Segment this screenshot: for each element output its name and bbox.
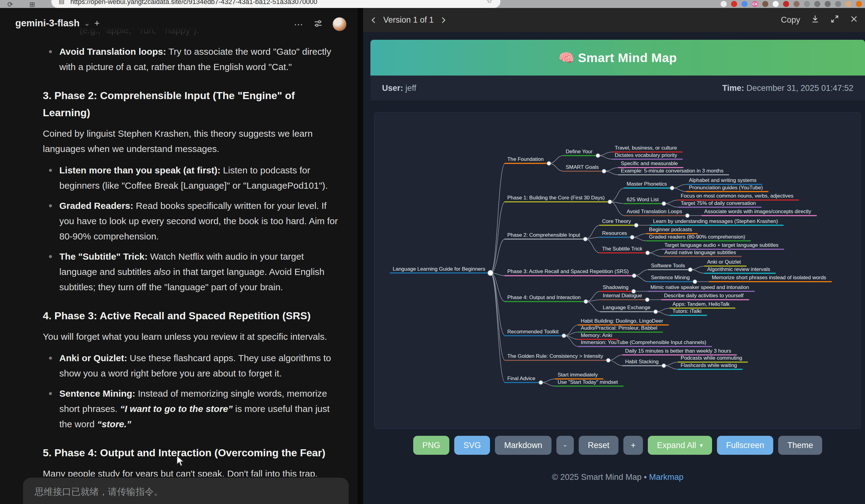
- user-avatar[interactable]: [333, 17, 347, 31]
- mindmap-node-label[interactable]: Target language audio + target language …: [664, 242, 778, 248]
- extension-icon[interactable]: [835, 1, 841, 7]
- mindmap-node-label[interactable]: Software Tools: [651, 263, 685, 269]
- apps-grid-icon[interactable]: ⊞: [30, 1, 35, 8]
- mindmap-node-label[interactable]: Habit Stacking: [625, 359, 659, 365]
- mindmap-node-circle[interactable]: [539, 380, 543, 384]
- mindmap-node-label[interactable]: Target 75% of daily conversation: [681, 200, 756, 206]
- mindmap-node-label[interactable]: Master Phonetics: [627, 181, 667, 187]
- mindmap-node-label[interactable]: Graded readers (80-90% comprehension): [649, 234, 746, 240]
- mindmap-node-circle[interactable]: [630, 235, 634, 239]
- extension-icon[interactable]: [783, 1, 789, 7]
- mindmap-node-label[interactable]: Core Theory: [602, 218, 631, 224]
- bookmark-star-icon[interactable]: ☆: [486, 0, 493, 5]
- mindmap-node-label[interactable]: Shadowing: [602, 284, 628, 290]
- zoom-in-button[interactable]: +: [623, 436, 643, 455]
- fullscreen-icon[interactable]: [830, 14, 839, 26]
- controls-icon[interactable]: [313, 18, 323, 30]
- mindmap-node-circle[interactable]: [688, 268, 692, 272]
- mindmap-svg[interactable]: Travel, business, or cultureDictates voc…: [374, 113, 857, 429]
- markmap-link[interactable]: Markmap: [649, 472, 684, 482]
- mindmap-node-label[interactable]: 625 Word List: [627, 197, 659, 202]
- mindmap-node-label[interactable]: Start immediately: [557, 372, 598, 378]
- mindmap-node-circle[interactable]: [646, 251, 650, 255]
- mindmap-node-label[interactable]: Phase 2: Comprehensible Input: [507, 232, 580, 238]
- mindmap-canvas[interactable]: Travel, business, or cultureDictates voc…: [374, 112, 861, 429]
- model-selector[interactable]: gemini-3-flash ⌄ +: [15, 18, 100, 29]
- mindmap-node-label[interactable]: Use "Start Today" mindset: [557, 379, 618, 385]
- mindmap-node-label[interactable]: Resources: [602, 230, 627, 236]
- mindmap-node-label[interactable]: Describe daily activities to yourself: [664, 293, 743, 298]
- mindmap-node-label[interactable]: Avoid native language subtitles: [664, 249, 736, 255]
- extension-icon[interactable]: [804, 1, 810, 7]
- zoom-out-button[interactable]: -: [556, 436, 574, 455]
- mindmap-node-label[interactable]: Alphabet and writing systems: [689, 177, 757, 183]
- mindmap-node-label[interactable]: Language Learning Guide for Beginners: [393, 266, 485, 272]
- profile-avatar-icon[interactable]: [845, 1, 852, 7]
- close-icon[interactable]: [850, 15, 858, 25]
- download-icon[interactable]: [810, 14, 820, 26]
- mindmap-node-label[interactable]: Anki or Quizlet: [707, 259, 741, 265]
- mindmap-node-label[interactable]: Focus on most common nouns, verbs, adjec…: [681, 193, 793, 199]
- mindmap-node-circle[interactable]: [662, 364, 666, 367]
- mindmap-node-label[interactable]: Associate words with images/concepts dir…: [704, 209, 811, 214]
- previous-version-button[interactable]: [367, 14, 380, 27]
- mindmap-node-circle[interactable]: [662, 201, 666, 206]
- mindmap-node-label[interactable]: Apps: Tandem, HelloTalk: [672, 301, 729, 307]
- chat-input[interactable]: 思维接口已就绪，请传输指令。: [23, 478, 349, 504]
- extension-icon[interactable]: [741, 1, 748, 7]
- mindmap-node-label[interactable]: Language Exchange: [602, 305, 650, 310]
- mindmap-node-circle[interactable]: [606, 359, 610, 362]
- extension-icon[interactable]: [814, 1, 820, 7]
- copy-button[interactable]: Copy: [781, 15, 800, 25]
- mindmap-node-label[interactable]: Daily 15 minutes is better than weekly 3…: [625, 348, 731, 354]
- mindmap-node-circle[interactable]: [562, 333, 566, 338]
- mindmap-node-circle[interactable]: [685, 214, 690, 218]
- mindmap-node-label[interactable]: Specific and measurable: [621, 161, 678, 166]
- mindmap-node-label[interactable]: Memorize short phrases instead of isolat…: [712, 274, 826, 280]
- mindmap-node-circle[interactable]: [670, 186, 674, 190]
- mindmap-node-label[interactable]: Mimic native speaker speed and intonatio…: [650, 284, 749, 290]
- mindmap-node-circle[interactable]: [608, 200, 612, 204]
- mindmap-node-label[interactable]: Tutors: iTalki: [672, 308, 701, 314]
- mindmap-node-label[interactable]: Travel, business, or culture: [615, 145, 677, 151]
- reset-button[interactable]: Reset: [579, 436, 619, 455]
- mindmap-node-circle[interactable]: [583, 237, 587, 241]
- mindmap-node-label[interactable]: Avoid Translation Loops: [627, 209, 682, 214]
- mindmap-node-label[interactable]: Recommended Toolkit: [507, 329, 558, 335]
- mindmap-node-circle[interactable]: [693, 280, 697, 284]
- mindmap-node-circle[interactable]: [584, 300, 588, 303]
- mindmap-node-label[interactable]: Memory: Anki: [581, 332, 612, 338]
- extension-icon[interactable]: CA: [752, 1, 758, 7]
- theme-button[interactable]: Theme: [778, 436, 822, 455]
- panel-divider[interactable]: [358, 8, 363, 504]
- mindmap-node-label[interactable]: Immersion: YouTube (Comprehensible Input…: [581, 339, 706, 345]
- mindmap-node-label[interactable]: The Foundation: [507, 156, 543, 162]
- mindmap-node-label[interactable]: The Golden Rule: Consistency > Intensity: [507, 353, 603, 359]
- mindmap-node-label[interactable]: Audio/Practical: Pimsleur, Babbel: [581, 325, 657, 331]
- mindmap-node-label[interactable]: SMART Goals: [566, 164, 599, 170]
- markdown-button[interactable]: Markdown: [495, 436, 552, 455]
- mindmap-node-label[interactable]: Habit Building: Duolingo, LingoDeer: [581, 318, 664, 324]
- page-info-icon[interactable]: ▤: [59, 0, 65, 5]
- extension-icon[interactable]: [773, 1, 779, 7]
- mindmap-node-circle[interactable]: [596, 153, 600, 157]
- mindmap-node-label[interactable]: Podcasts while commuting: [681, 355, 742, 361]
- fullscreen-button[interactable]: Fullscreen: [717, 436, 774, 455]
- extension-icon[interactable]: [720, 1, 727, 7]
- mindmap-node-circle[interactable]: [632, 274, 636, 278]
- mindmap-node-circle[interactable]: [487, 270, 493, 276]
- mindmap-node-circle[interactable]: [645, 298, 649, 302]
- mindmap-node-circle[interactable]: [547, 162, 551, 165]
- mindmap-node-label[interactable]: Dictates vocabulary priority: [615, 152, 678, 158]
- mindmap-node-label[interactable]: Sentence Mining: [651, 274, 690, 280]
- next-version-button[interactable]: [437, 14, 450, 27]
- mindmap-node-circle[interactable]: [602, 169, 606, 173]
- expand-all-button[interactable]: Expand All▾: [648, 436, 712, 455]
- mindmap-node-label[interactable]: Phase 4: Output and Interaction: [507, 294, 580, 300]
- extension-icon[interactable]: [793, 1, 799, 7]
- mindmap-node-label[interactable]: The Subtitle Trick: [602, 246, 643, 252]
- mindmap-node-label[interactable]: Pronunciation guides (YouTube): [689, 185, 763, 190]
- puzzle-icon[interactable]: [856, 1, 862, 7]
- svg-button[interactable]: SVG: [454, 436, 490, 455]
- new-chat-icon[interactable]: +: [94, 18, 100, 28]
